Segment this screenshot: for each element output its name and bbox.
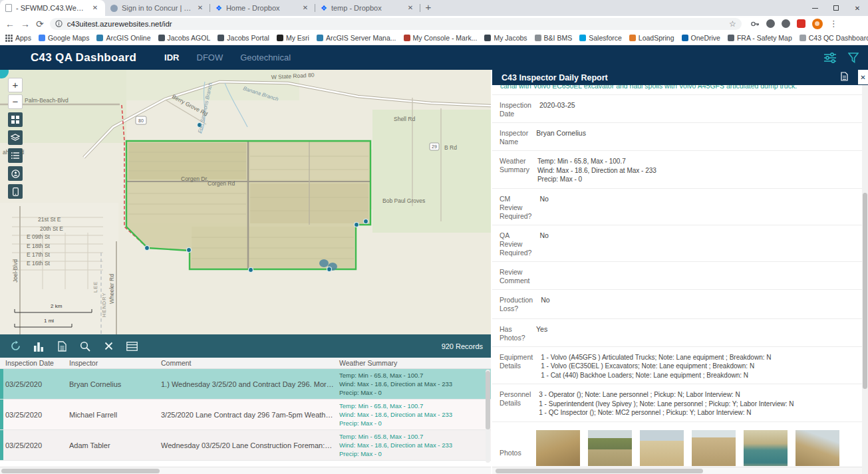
detail-panel-close-icon[interactable]: ✕ [858, 70, 868, 84]
app-title: C43 QA Dashboard [31, 51, 136, 64]
left-pane: 80 29 Palm-Beach-Blvd ahoe Rd Fort Simmo… [0, 70, 491, 474]
table-row[interactable]: 03/25/2020 Michael Farrell 3/25/2020 Lan… [0, 400, 491, 430]
tab-close-icon[interactable]: ✕ [301, 3, 310, 13]
detail-vertical-scrollbar[interactable] [862, 85, 868, 466]
extension-icon[interactable] [766, 19, 775, 28]
window-maximize-button[interactable] [825, 0, 847, 16]
table-horizontal-scrollbar[interactable] [0, 467, 491, 474]
url-text[interactable]: c43uitest.azurewebsites.net/idr [67, 20, 724, 28]
nav-tab-dfow[interactable]: DFOW [197, 53, 223, 62]
locate-me-button[interactable] [8, 166, 23, 181]
table-row[interactable]: 03/25/2020 Adam Tabler Wednesday 03/25/2… [0, 430, 491, 461]
legend-button[interactable] [8, 148, 23, 163]
reload-icon[interactable]: ⟳ [36, 19, 44, 29]
photo-thumbnail[interactable] [640, 430, 684, 467]
tab-close-icon[interactable]: ✕ [196, 3, 205, 13]
route-shield-29: 29 [430, 143, 439, 150]
window-close-button[interactable]: ✕ [847, 0, 868, 16]
forward-icon[interactable]: → [21, 19, 30, 29]
scrollbar-thumb[interactable] [863, 193, 867, 389]
photo-thumbnail[interactable] [692, 430, 736, 467]
bookmark-item[interactable]: My Console - Mark... [404, 34, 478, 42]
bookmark-favicon [535, 35, 541, 41]
bookmark-item[interactable]: B&I BMS [535, 34, 573, 42]
bookmark-item[interactable]: OneDrive [682, 34, 720, 42]
new-tab-button[interactable]: + [420, 0, 436, 16]
table-row-selected[interactable]: 03/25/2020 Bryan Cornelius 1.) Wednesday… [0, 369, 491, 400]
photo-thumbnail[interactable] [744, 430, 788, 467]
column-header-weather-summary[interactable]: Weather Summary [334, 359, 491, 367]
zoom-out-button[interactable]: − [8, 94, 23, 109]
settings-sliders-icon[interactable] [824, 53, 836, 63]
bookmark-item[interactable]: C43 QC Dashboard [799, 34, 868, 42]
bookmark-item[interactable]: LoadSpring [629, 34, 674, 42]
apps-shortcut[interactable]: Apps [5, 34, 31, 42]
cell-inspector: Bryan Cornelius [64, 380, 156, 388]
column-chart-icon[interactable] [31, 339, 46, 354]
layers-button[interactable] [8, 130, 23, 145]
bookmark-item[interactable]: ArcGIS Online [96, 34, 150, 42]
browser-menu-icon[interactable]: ⋮ [829, 19, 838, 29]
basemap-gallery-button[interactable] [8, 112, 23, 127]
site-map[interactable]: 80 29 Palm-Beach-Blvd ahoe Rd Fort Simmo… [0, 70, 491, 334]
field-label: CM Review Required? [492, 189, 534, 225]
map-label-shell-rd: Shell Rd [394, 116, 415, 122]
nav-tab-idr[interactable]: IDR [164, 53, 179, 62]
refresh-results-icon[interactable] [8, 339, 23, 354]
profile-avatar[interactable] [812, 19, 823, 29]
zoom-in-button[interactable]: + [8, 78, 23, 92]
column-header-inspection-date[interactable]: Inspection Date [0, 359, 64, 367]
bookmark-item[interactable]: ArcGIS Server Mana... [317, 34, 396, 42]
mobile-view-button[interactable] [8, 184, 23, 199]
report-document-icon[interactable] [841, 72, 848, 83]
detail-horizontal-scrollbar[interactable] [492, 467, 862, 474]
tab-close-icon[interactable]: ✕ [90, 3, 100, 13]
bookmark-item[interactable]: Google Maps [39, 34, 89, 42]
extension-icon[interactable] [797, 19, 805, 28]
bookmark-favicon [579, 35, 586, 41]
map-label-wheeler-rd: Wheeler Rd [108, 274, 115, 304]
back-icon[interactable]: ← [5, 19, 15, 29]
browser-tab[interactable]: ❖ Home - Dropbox ✕ [210, 0, 315, 16]
app-header: C43 QA Dashboard IDR DFOW Geotechnical [0, 45, 868, 70]
photo-thumbnail[interactable] [536, 430, 580, 467]
scrollbar-thumb[interactable] [496, 469, 703, 473]
site-info-icon[interactable] [55, 20, 63, 27]
bookmark-item[interactable]: Jacobs Portal [217, 34, 269, 42]
scrollbar-thumb[interactable] [486, 371, 490, 429]
bookmark-item[interactable]: My Jacobs [484, 34, 527, 42]
filter-funnel-icon[interactable] [848, 53, 859, 63]
bookmark-favicon [404, 35, 410, 41]
table-view-icon[interactable] [124, 339, 139, 354]
scrollbar-thumb[interactable] [1, 469, 160, 473]
field-value: No [534, 225, 862, 261]
export-report-icon[interactable] [55, 339, 69, 354]
bookmark-item[interactable]: FRA - Safety Map [728, 34, 792, 42]
photo-thumbnail[interactable] [796, 430, 839, 467]
tab-close-icon[interactable]: ✕ [406, 3, 415, 13]
route-shield-29-label: 29 [432, 144, 437, 149]
column-header-comment[interactable]: Comment [156, 359, 334, 367]
clear-selection-icon[interactable] [101, 339, 116, 354]
table-vertical-scrollbar[interactable] [486, 370, 490, 463]
nav-tab-geotechnical[interactable]: Geotechnical [240, 53, 291, 62]
password-key-icon[interactable] [750, 19, 760, 29]
window-controls: ✕ [804, 0, 868, 16]
column-header-inspector[interactable]: Inspector [64, 359, 156, 367]
app-nav: IDR DFOW Geotechnical [164, 53, 291, 62]
browser-tab[interactable]: ❖ temp - Dropbox ✕ [315, 0, 420, 16]
photo-thumbnail[interactable] [588, 430, 632, 467]
browser-tab-active[interactable]: - SFWMD.C43.Web.UI ✕ [0, 0, 105, 16]
bookmark-item[interactable]: Jacobs AGOL [158, 34, 211, 42]
cell-weather-summary: Temp: Min - 65.8, Max - 100.7 Wind: Max … [334, 432, 491, 458]
bookmark-star-icon[interactable]: ☆ [729, 19, 736, 29]
browser-tab[interactable]: Sign in to Concur | Concur Solut... ✕ [105, 0, 210, 16]
zoom-to-selection-icon[interactable] [78, 339, 92, 354]
bookmark-item[interactable]: My Esri [277, 34, 309, 42]
address-bar[interactable]: c43uitest.azurewebsites.net/idr ☆ [50, 18, 742, 30]
map-label-corgen-dr: Corgen Dr. [181, 176, 208, 182]
bookmark-item[interactable]: Salesforce [579, 34, 622, 42]
extension-icon[interactable] [782, 19, 790, 28]
map-canvas[interactable]: 80 29 Palm-Beach-Blvd ahoe Rd Fort Simmo… [0, 70, 491, 334]
window-minimize-button[interactable] [804, 0, 825, 16]
